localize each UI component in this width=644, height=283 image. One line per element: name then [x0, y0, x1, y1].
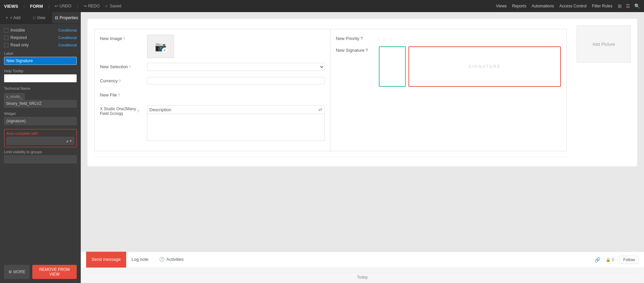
remove-from-view-button[interactable]: REMOVE FROM VIEW: [32, 265, 77, 279]
redo-button[interactable]: ↪ REDO: [83, 4, 100, 8]
currency-label: Currency ?: [100, 77, 147, 83]
undo-icon: ↩: [55, 4, 58, 8]
star-1[interactable]: ☆: [376, 36, 381, 42]
grid-icon[interactable]: ⊞: [618, 3, 622, 9]
required-checkbox[interactable]: [4, 36, 8, 40]
autocomplete-label: Auto-complete with: [6, 131, 74, 135]
technical-prefix: x_studio_: [4, 93, 25, 100]
new-image-field: New Image ? 📷 +: [100, 35, 325, 58]
tab-add[interactable]: + + Add: [0, 12, 26, 24]
nav-access-control[interactable]: Access Control: [560, 4, 587, 8]
signature-label-box: [379, 46, 406, 87]
activities-tab[interactable]: 🕐 Activities: [154, 252, 189, 268]
tab-view[interactable]: □ View: [26, 12, 52, 24]
currency-field: Currency ?: [100, 77, 325, 86]
widget-label: Widget: [4, 112, 77, 116]
new-image-value[interactable]: 📷 +: [147, 35, 325, 58]
new-file-label: New File ?: [100, 91, 147, 97]
new-selection-select[interactable]: [147, 63, 325, 71]
required-label: Required: [10, 35, 27, 40]
label-input[interactable]: [4, 57, 77, 65]
form-card: Add Picture New Image ?: [87, 19, 637, 166]
priority-help-icon: ?: [360, 36, 363, 41]
send-message-tab[interactable]: Send message: [86, 252, 126, 268]
new-file-help-icon: ?: [118, 93, 120, 97]
more-button[interactable]: ⚙ MORE: [4, 265, 30, 279]
clock-icon: 🕐: [159, 257, 165, 262]
properties-icon: ⊟: [55, 15, 58, 20]
sidebar-tabs: + + Add □ View ⊟ Properties: [0, 12, 81, 24]
bottom-bar: Send message Log note 🕐 Activities 🔗 🔒 0…: [81, 251, 644, 268]
description-label: Description: [149, 107, 171, 112]
timeline-separator: [86, 273, 639, 273]
add-picture-button[interactable]: Add Picture: [577, 26, 631, 63]
image-upload-area[interactable]: 📷 +: [147, 35, 174, 58]
image-plus-icon: +: [162, 47, 168, 53]
nav-views[interactable]: Views: [496, 4, 507, 8]
readonly-row: Read only Conditional: [4, 43, 77, 47]
saved-status: ✓ Saved: [105, 4, 121, 8]
technical-suffix-input[interactable]: [4, 100, 77, 108]
new-signature-field: New Signature ? SIGNATURE: [336, 46, 561, 87]
form-right-column: New Priority ? ☆ ☆ ☆: [330, 29, 566, 151]
form-left-column: New Image ? 📷 +: [95, 29, 330, 151]
form-bottom-separator: [94, 157, 567, 160]
required-row: Required Conditional: [4, 35, 77, 40]
top-sep2: |: [48, 4, 49, 9]
nav-reports[interactable]: Reports: [512, 4, 526, 8]
gear-icon: ⚙: [8, 270, 12, 274]
top-sep: |: [24, 4, 25, 9]
new-selection-value[interactable]: [147, 63, 325, 71]
content-area: Add Picture New Image ?: [81, 12, 644, 283]
star-2[interactable]: ☆: [382, 36, 387, 42]
invisible-checkbox[interactable]: [4, 28, 8, 33]
follow-button[interactable]: Follow: [619, 256, 639, 264]
attachments-count: 🔒 0: [606, 257, 614, 262]
signature-input-box[interactable]: SIGNATURE: [408, 46, 561, 87]
x-studio-help-icon: ?: [137, 109, 139, 113]
new-selection-field: New Selection ?: [100, 63, 325, 72]
readonly-label: Read only: [10, 43, 29, 47]
visibility-select[interactable]: [4, 155, 77, 163]
plus-icon: +: [6, 15, 8, 20]
top-bar: VIEWS | FORM | ↩ UNDO | ↪ REDO ✓ Saved V…: [0, 0, 644, 12]
x2many-settings-icon[interactable]: ⇄: [318, 107, 322, 112]
star-3[interactable]: ☆: [388, 36, 393, 42]
view-icon: □: [33, 15, 35, 20]
technical-name-label: Technical Name: [4, 86, 77, 90]
autocomplete-input[interactable]: [6, 137, 74, 145]
currency-input[interactable]: [147, 77, 325, 84]
invisible-conditional[interactable]: Conditional: [58, 28, 77, 32]
nav-filter-rules[interactable]: Filter Rules: [592, 4, 612, 8]
new-file-field: New File ?: [100, 91, 325, 100]
tab-properties[interactable]: ⊟ Properties: [52, 12, 81, 24]
widget-select[interactable]: (signature): [4, 117, 77, 125]
search-icon[interactable]: 🔍: [634, 3, 640, 9]
sidebar: + + Add □ View ⊟ Properties Invisible: [0, 12, 81, 283]
nav-automations[interactable]: Automations: [532, 4, 554, 8]
required-conditional[interactable]: Conditional: [58, 36, 77, 40]
today-label: Today: [357, 275, 368, 280]
new-image-label: New Image ?: [100, 35, 147, 41]
new-priority-label: New Priority ?: [336, 36, 376, 41]
readonly-checkbox[interactable]: [4, 43, 8, 47]
form-label: FORM: [30, 4, 43, 9]
currency-help-icon: ?: [119, 79, 121, 83]
x-studio-label: X Studio One2ManyField Gcmqq ?: [100, 105, 147, 116]
x-studio-value[interactable]: Description ⇄: [147, 105, 325, 141]
new-selection-help-icon: ?: [129, 65, 131, 69]
undo-button[interactable]: ↩ UNDO: [55, 4, 71, 8]
views-label: VIEWS: [4, 4, 18, 9]
priority-stars[interactable]: ☆ ☆ ☆: [376, 35, 393, 42]
sidebar-bottom-buttons: ⚙ MORE REMOVE FROM VIEW: [0, 261, 81, 283]
lock-icon: 🔒: [606, 257, 611, 262]
readonly-conditional[interactable]: Conditional: [58, 43, 77, 47]
form-grid: New Image ? 📷 +: [94, 29, 567, 151]
help-tooltip-input[interactable]: [4, 74, 77, 82]
signature-help-icon: ?: [365, 48, 368, 53]
currency-value[interactable]: [147, 77, 325, 84]
attachment-icon[interactable]: 🔗: [595, 257, 600, 262]
bottom-right-actions: 🔗 🔒 0 Follow: [595, 256, 639, 264]
list-icon[interactable]: ☰: [626, 3, 630, 9]
log-note-tab[interactable]: Log note: [126, 252, 154, 268]
